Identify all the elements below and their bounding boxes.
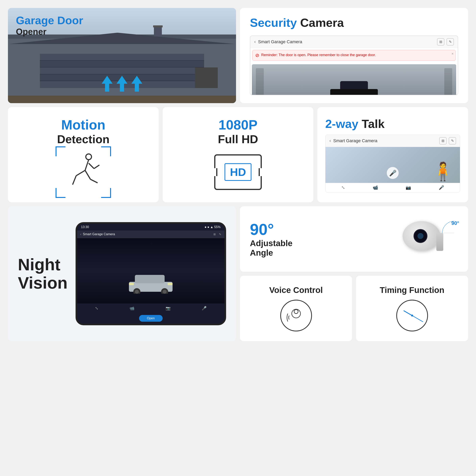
security-title-black: Camera [300, 16, 344, 29]
svg-rect-18 [129, 283, 134, 285]
security-title-blue: Security [250, 16, 297, 29]
hd-title-row: 1080P Full HD [218, 117, 258, 146]
delivery-person: 🧍 [432, 161, 454, 182]
motion-panel: Motion Detection [8, 107, 159, 202]
garage-building [8, 34, 236, 103]
nv-edit-icon[interactable]: ✎ [219, 233, 221, 236]
garage-door-panel: Garage Door Opener [8, 8, 236, 103]
angle-panel: 90° Adjustable Angle [240, 206, 468, 272]
clock-hand-minute [412, 315, 423, 322]
cam-mount [436, 233, 443, 251]
motion-title-blue: Motion [61, 117, 105, 133]
feed-shelf-left [256, 68, 264, 95]
svg-point-14 [135, 290, 139, 294]
bracket-tr [101, 146, 111, 156]
alert-close-btn[interactable]: × [451, 52, 454, 56]
nv-time: 13:30 [81, 225, 89, 229]
svg-point-21 [294, 310, 298, 314]
angle-degree: 90° [250, 220, 395, 238]
alert-banner: ⊘ Reminder: The door is open. Please rem… [252, 50, 456, 61]
hd-notch-left [214, 168, 217, 176]
middle-row: Motion Detection [8, 107, 468, 202]
security-copy-icon[interactable]: ⊞ [437, 38, 444, 45]
security-phone-mockup: ‹ Smart Garage Camera ⊞ ✎ ⊘ Reminder: Th… [250, 35, 458, 95]
car-roof [340, 81, 368, 89]
security-back-btn[interactable]: ‹ [254, 39, 256, 44]
svg-rect-12 [135, 275, 165, 283]
svg-marker-0 [102, 76, 113, 92]
nv-camera-feed [77, 238, 224, 304]
two-way-phone: ‹ Smart Garage Camera ⊞ ✎ 🧍 🎤 ⤡ 📹 📷 🎤 [325, 135, 460, 192]
two-way-copy-icon[interactable]: ⊞ [439, 137, 446, 144]
bracket-bl [55, 188, 66, 198]
tw-fullscreen-icon[interactable]: ⤡ [341, 185, 345, 190]
car-body [330, 89, 378, 95]
hd-badge-box: HD [224, 163, 252, 181]
night-car-svg [125, 272, 176, 294]
motion-icon-container [66, 152, 101, 192]
bottom-row: Night Vision 13:30 ● ● ▲ 55% ‹ Smart Gar… [8, 206, 468, 341]
security-phone-title: Smart Garage Camera [258, 39, 435, 44]
nv-footer: Open [77, 313, 224, 324]
nv-status-bar: 13:30 ● ● ▲ 55% [77, 224, 224, 230]
camera-device: 90° [403, 219, 458, 259]
side-door [195, 68, 218, 88]
svg-rect-17 [168, 283, 172, 285]
nv-record-icon[interactable]: 📹 [130, 306, 135, 311]
hd-title-blue: 1080P [219, 117, 258, 133]
two-way-talk: Talk [362, 117, 385, 131]
tw-mic-icon[interactable]: 🎤 [439, 185, 444, 190]
svg-marker-2 [132, 76, 142, 92]
two-way-panel: 2-way Talk ‹ Smart Garage Camera ⊞ ✎ 🧍 🎤 [317, 107, 468, 202]
garage-title-blue: Garage Door [16, 14, 83, 27]
hd-panel: 1080P Full HD HD [163, 107, 313, 202]
hd-box: HD [214, 154, 262, 190]
voice-icon-svg [286, 306, 306, 325]
nv-phone-title: Smart Garage Camera [83, 232, 212, 236]
hd-icon-wrap: HD [214, 152, 262, 192]
nv-toolbar: ⤡ 📹 📷 🎤 [77, 304, 224, 313]
bracket-br [101, 188, 111, 198]
right-features: 90° Adjustable Angle [240, 206, 468, 341]
bottom-features-row: Voice Control Timing Function [240, 276, 468, 341]
nv-camera-icon[interactable]: 📷 [166, 306, 170, 311]
mic-overlay[interactable]: 🎤 [387, 167, 399, 179]
voice-title: Voice Control [269, 285, 323, 295]
nv-copy-icon[interactable]: ⊞ [213, 233, 216, 236]
clock-center [411, 315, 413, 317]
main-grid: Garage Door Opener Security Camera ‹ Sma… [0, 0, 476, 476]
two-way-phone-header: ‹ Smart Garage Camera ⊞ ✎ [325, 135, 460, 147]
nv-mic-icon[interactable]: 🎤 [202, 306, 207, 311]
nv-back-btn[interactable]: ‹ [80, 232, 81, 236]
night-vision-label: Night Vision [18, 255, 68, 292]
bracket-tl [55, 146, 66, 156]
security-camera-feed [252, 64, 456, 95]
garage-title-black: Opener [16, 27, 83, 37]
tw-camera-icon[interactable]: 📷 [406, 185, 411, 190]
voice-panel: Voice Control [240, 276, 352, 341]
clock-hand-hour [403, 310, 412, 316]
night-label-line1: Night [18, 255, 68, 274]
feed-car [330, 81, 378, 95]
security-title: Security Camera [250, 16, 458, 30]
nv-status-icons: ● ● ▲ 55% [204, 225, 221, 229]
angle-arc-label: 90° [451, 220, 459, 226]
arrow-2 [117, 76, 128, 92]
nv-fullscreen-icon[interactable]: ⤡ [95, 306, 98, 311]
cam-lens [413, 229, 427, 243]
security-phone-header: ‹ Smart Garage Camera ⊞ ✎ [250, 36, 458, 48]
clock-icon [396, 300, 428, 331]
two-way-feed: 🧍 🎤 [325, 147, 460, 183]
open-arrows [102, 76, 142, 92]
security-edit-icon[interactable]: ✎ [447, 38, 454, 45]
two-way-edit-icon[interactable]: ✎ [449, 137, 456, 144]
hd-badge-text: HD [230, 166, 246, 178]
tw-record-icon[interactable]: 📹 [373, 185, 378, 190]
cam-sphere [403, 221, 440, 251]
angle-text-area: 90° Adjustable Angle [250, 220, 395, 258]
two-way-back-btn[interactable]: ‹ [329, 138, 331, 143]
angle-label-line1: Adjustable [250, 238, 395, 248]
nv-open-button[interactable]: Open [139, 315, 163, 322]
svg-marker-1 [117, 76, 128, 92]
arrow-1 [102, 76, 113, 92]
